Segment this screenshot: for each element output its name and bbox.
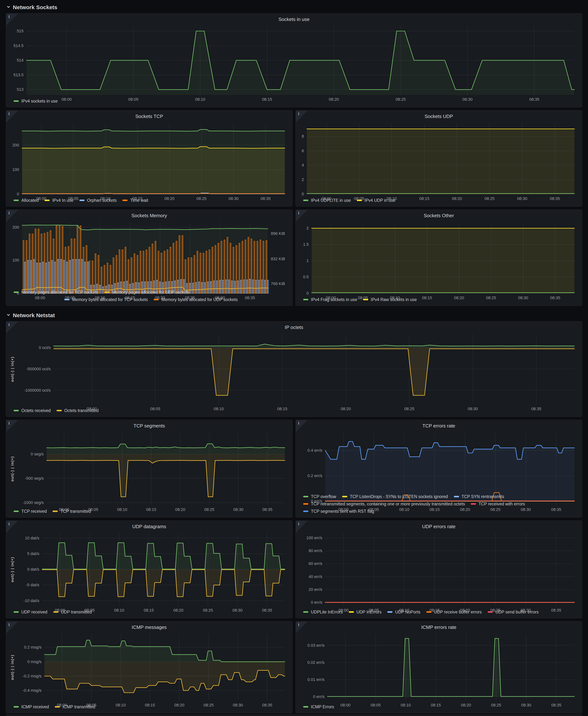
panel-title[interactable]: TCP errors rate: [299, 422, 578, 430]
legend-item[interactable]: TCP ListenDrops - SYNs to LISTEN sockets…: [342, 494, 448, 499]
legend-item[interactable]: Memory bytes allocated for TCP sockets: [64, 297, 148, 302]
legend-item[interactable]: UDP receive buffer errors: [426, 610, 482, 614]
collapsed-row-edge[interactable]: [6, 714, 582, 716]
panel-title[interactable]: UDP datagrams: [10, 523, 289, 530]
legend-item[interactable]: Time wait: [123, 198, 148, 203]
legend-item[interactable]: TCP received with errors: [471, 502, 525, 506]
legend-label: UDP received: [21, 610, 47, 614]
legend-item[interactable]: ICMP transmitted: [55, 704, 95, 709]
chart-sockets-in-use[interactable]: 513513.5514514.551508:0008:0508:1008:150…: [10, 23, 578, 97]
legend-item[interactable]: Orphan sockets: [79, 198, 117, 203]
gridlines: [328, 634, 574, 700]
chart-canvas-icmp-messages[interactable]: 0.2 msg/s0 msg/s-0.2 msg/s-0.4 msg/s08:0…: [10, 631, 289, 709]
chart-canvas-udp-errors-rate[interactable]: 0 err/s20 err/s40 err/s60 err/s80 err/s1…: [299, 530, 578, 614]
series-color-marker: [488, 611, 493, 613]
chart-canvas-tcp-segments[interactable]: 0 seg/s-500 seg/s-1000 seg/s08:0008:0508…: [10, 430, 289, 513]
legend-row: Memory bytes allocated for TCP socketsMe…: [14, 297, 289, 302]
legend: IPv4 UDPLITE in useIPv4 UDP in use: [299, 196, 578, 203]
panel-title[interactable]: Sockets Other: [299, 212, 578, 219]
legend-item[interactable]: TCP overflow: [303, 494, 336, 499]
legend-label: Orphan sockets: [87, 198, 117, 203]
svg-text:1: 1: [307, 258, 309, 263]
legend-item[interactable]: Memory pages allocated for TCP sockets: [14, 290, 99, 294]
svg-text:513: 513: [17, 87, 23, 92]
svg-text:100 err/s: 100 err/s: [306, 535, 322, 540]
legend-item[interactable]: UDP InErrors: [349, 610, 381, 614]
svg-text:10 dat/s: 10 dat/s: [25, 536, 39, 540]
legend-item[interactable]: ICMP received: [14, 704, 49, 709]
chart-canvas-ip-octets[interactable]: 0 oct/s-500000 oct/s-1000000 oct/s08:000…: [10, 331, 578, 413]
legend-row: IPv4 sockets in use: [14, 98, 578, 104]
legend-item[interactable]: IPv4 sockets in use: [14, 99, 58, 103]
legend-item[interactable]: UDP received: [14, 610, 47, 614]
legend-item[interactable]: UDP NoPorts: [387, 610, 420, 614]
series-octets-received: [54, 344, 574, 348]
panel-title[interactable]: UDP errors rate: [299, 523, 578, 530]
legend-item[interactable]: Octets received: [14, 408, 51, 413]
legend-label: TCP segments sent with RST flag: [311, 509, 374, 513]
legend-item[interactable]: TCP SYN rentransmits: [454, 494, 504, 499]
series-icmp-received: [44, 640, 285, 661]
chart-canvas-sockets-udp[interactable]: 0246808:0008:0508:1008:1508:2008:2508:30…: [299, 120, 578, 202]
panel-title[interactable]: TCP segments: [10, 422, 289, 430]
series-color-marker: [454, 496, 459, 497]
series-color-marker: [14, 410, 19, 411]
legend-label: Memory pages allocated for UDP sockets: [112, 290, 190, 294]
legend-item[interactable]: UDP transmitted: [53, 610, 92, 614]
panel-title[interactable]: Sockets UDP: [299, 113, 578, 120]
legend-item[interactable]: UDPLite InErrors: [303, 610, 343, 614]
legend-item[interactable]: TCP received: [14, 509, 47, 513]
legend-label: IPv4 sockets in use: [21, 99, 58, 103]
legend-item[interactable]: Memory bytes allocated for UDP sockets: [154, 297, 238, 302]
chart-tcp-segments[interactable]: 0 seg/s-500 seg/s-1000 seg/s08:0008:0508…: [10, 430, 289, 507]
chart-sockets-tcp[interactable]: 010020008:0008:0508:1008:1508:2008:2508:…: [10, 120, 289, 196]
legend-item[interactable]: Allocated: [14, 198, 39, 203]
legend-item[interactable]: IPv4 UDP in use: [357, 198, 395, 203]
axes: 0 seg/s-500 seg/s-1000 seg/s08:0008:0508…: [10, 452, 273, 512]
legend-item[interactable]: Octets transmitted: [57, 408, 99, 413]
chart-udp-errors-rate[interactable]: 0 err/s20 err/s40 err/s60 err/s80 err/s1…: [299, 530, 578, 608]
chart-sockets-memory[interactable]: 0100200768 KiB832 KiB896 KiB08:0008:0508…: [10, 219, 289, 288]
legend-item[interactable]: IPv4 UDPLITE in use: [303, 198, 351, 203]
legend-label: IPv4 Frag sockets in use: [311, 297, 357, 302]
panel-title[interactable]: ICMP errors rate: [299, 624, 578, 631]
chart-canvas-udp-datagrams[interactable]: 10 dat/s5 dat/s0 dat/s-5 dat/s-10 dat/s0…: [10, 530, 289, 614]
legend-item[interactable]: Memory pages allocated for UDP sockets: [104, 290, 190, 294]
legend-item[interactable]: UDP send buffer errors: [488, 610, 539, 614]
panel-title[interactable]: Sockets TCP: [10, 113, 289, 120]
row-header-network-sockets[interactable]: Network Sockets: [6, 1, 582, 13]
svg-text:-0.4 msg/s: -0.4 msg/s: [23, 688, 42, 693]
row-header-network-netstat[interactable]: Network Netstat: [6, 309, 582, 321]
chart-canvas-icmp-errors-rate[interactable]: 0 err/s0.01 err/s0.02 err/s0.03 err/s08:…: [299, 631, 578, 709]
series-ipv4-raw-sockets-in-use: [312, 228, 574, 293]
svg-text:0.03 err/s: 0.03 err/s: [308, 643, 324, 648]
panel-title[interactable]: Sockets in use: [10, 16, 578, 23]
chart-icmp-errors-rate[interactable]: 0 err/s0.01 err/s0.02 err/s0.03 err/s08:…: [299, 631, 578, 703]
chart-sockets-other[interactable]: 00.511.5208:0008:0508:1008:1508:2008:250…: [299, 219, 578, 296]
svg-text:0: 0: [307, 291, 309, 296]
row-title: Network Sockets: [13, 4, 57, 10]
legend-item[interactable]: TCP retransmitted segments, containing o…: [303, 502, 465, 506]
series-color-marker: [14, 706, 19, 708]
legend-item[interactable]: TCP segments sent with RST flag: [303, 509, 374, 513]
chart-canvas-sockets-other[interactable]: 00.511.5208:0008:0508:1008:1508:2008:250…: [299, 219, 578, 301]
legend-item[interactable]: IPv4 Raw sockets in use: [363, 297, 417, 302]
legend-item[interactable]: IPv4 In use: [45, 198, 74, 203]
panel-title[interactable]: IP octets: [10, 324, 578, 331]
legend-row: UDP receivedUDP transmitted: [14, 609, 289, 615]
gridlines: [325, 533, 574, 606]
legend-item[interactable]: TCP transmitted: [53, 509, 91, 513]
chart-sockets-udp[interactable]: 0246808:0008:0508:1008:1508:2008:2508:30…: [299, 120, 578, 196]
legend: ICMP Errors: [299, 703, 578, 710]
chart-tcp-errors-rate[interactable]: 0 err/s0.2 err/s0.4 err/s08:0008:0508:10…: [299, 430, 578, 492]
chart-icmp-messages[interactable]: 0.2 msg/s0 msg/s-0.2 msg/s-0.4 msg/s08:0…: [10, 631, 289, 703]
svg-text:832 KiB: 832 KiB: [271, 256, 285, 261]
chart-canvas-sockets-tcp[interactable]: 010020008:0008:0508:1008:1508:2008:2508:…: [10, 120, 289, 202]
chart-udp-datagrams[interactable]: 10 dat/s5 dat/s0 dat/s-5 dat/s-10 dat/s0…: [10, 530, 289, 608]
panel-title[interactable]: ICMP messages: [10, 624, 289, 631]
legend-item[interactable]: ICMP Errors: [303, 704, 334, 709]
panel-title[interactable]: Sockets Memory: [10, 212, 289, 219]
legend-item[interactable]: IPv4 Frag sockets in use: [303, 297, 357, 302]
chart-ip-octets[interactable]: 0 oct/s-500000 oct/s-1000000 oct/s08:000…: [10, 331, 578, 406]
chart-canvas-sockets-in-use[interactable]: 513513.5514514.551508:0008:0508:1008:150…: [10, 23, 578, 103]
